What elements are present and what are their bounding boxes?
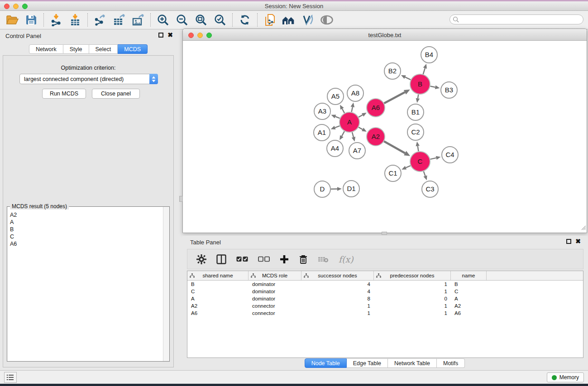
mcds-list-scrollbar[interactable] — [163, 207, 169, 361]
zoom-in-icon[interactable] — [155, 13, 171, 27]
cell-name[interactable]: A2 — [451, 303, 487, 309]
edge-A-A7[interactable] — [352, 132, 354, 137]
tab-mcds[interactable]: MCDS — [118, 44, 148, 54]
tab-select[interactable]: Select — [89, 44, 118, 54]
column-header-predecessor-nodes[interactable]: predecessor nodes — [374, 271, 451, 280]
select-all-icon[interactable] — [236, 256, 248, 262]
edge-A2-C[interactable] — [384, 141, 405, 153]
export-table-icon[interactable] — [111, 13, 127, 27]
edge-C-C2[interactable] — [418, 146, 419, 152]
mcds-result-item[interactable]: B — [10, 226, 160, 233]
table-row[interactable]: Adominator80A — [187, 295, 583, 302]
column-header-successor-nodes[interactable]: successor nodes — [301, 271, 374, 280]
edge-A-A2[interactable] — [359, 127, 363, 129]
close-table-panel-icon[interactable]: ✖ — [575, 239, 581, 244]
tab-style[interactable]: Style — [63, 44, 89, 54]
edge-B-B4[interactable] — [423, 68, 425, 74]
cell-name[interactable]: B — [451, 281, 487, 287]
table-row[interactable]: A2connector11A2 — [187, 302, 583, 310]
mcds-result-item[interactable]: A2 — [10, 211, 160, 219]
mcds-result-item[interactable]: A6 — [10, 240, 160, 248]
delete-table-icon[interactable] — [318, 256, 329, 263]
edge-C-C4[interactable] — [430, 158, 436, 159]
edge-B-B2[interactable] — [405, 77, 411, 80]
cell-predecessor-nodes[interactable]: 1 — [374, 310, 451, 316]
run-mcds-button[interactable]: Run MCDS — [42, 89, 86, 99]
edge-B-B3[interactable] — [430, 86, 435, 87]
float-panel-icon[interactable] — [158, 33, 163, 38]
delete-icon[interactable] — [299, 254, 308, 264]
cell-MCDS-role[interactable]: connector — [249, 303, 301, 309]
cell-predecessor-nodes[interactable]: 1 — [374, 289, 451, 294]
zoom-out-icon[interactable] — [174, 13, 190, 27]
refresh-layout-icon[interactable] — [237, 13, 253, 27]
tab-network-table[interactable]: Network Table — [388, 358, 437, 368]
cell-name[interactable]: A — [451, 296, 487, 301]
zoom-selected-icon[interactable] — [212, 13, 228, 27]
cell-shared-name[interactable]: A6 — [187, 310, 249, 316]
column-header-MCDS-role[interactable]: MCDS role — [249, 271, 301, 280]
table-row[interactable]: Bdominator41B — [187, 281, 583, 288]
cell-successor-nodes[interactable]: 4 — [301, 289, 374, 294]
cell-successor-nodes[interactable]: 1 — [301, 310, 374, 316]
cell-predecessor-nodes[interactable]: 1 — [374, 281, 451, 287]
edge-A-A5[interactable] — [342, 109, 344, 113]
import-network-icon[interactable] — [48, 13, 64, 27]
horizontal-divider-handle[interactable] — [382, 232, 387, 235]
cell-MCDS-role[interactable]: dominator — [249, 296, 301, 301]
tab-motifs[interactable]: Motifs — [437, 358, 465, 368]
cell-MCDS-role[interactable]: connector — [249, 310, 301, 316]
edge-A-A6[interactable] — [359, 115, 363, 117]
cell-shared-name[interactable]: A2 — [187, 303, 249, 309]
first-neighbors-icon[interactable] — [281, 13, 296, 27]
cell-predecessor-nodes[interactable]: 0 — [374, 296, 451, 301]
resize-grip-icon[interactable] — [580, 224, 586, 232]
table-row[interactable]: Cdominator41C — [187, 288, 583, 295]
network-window-titlebar[interactable]: testGlobe.txt — [183, 29, 587, 41]
gear-icon[interactable] — [196, 254, 206, 264]
edge-A-A3[interactable] — [335, 117, 340, 119]
vertical-divider-handle[interactable] — [179, 196, 183, 202]
split-table-icon[interactable] — [216, 254, 226, 264]
mcds-result-list[interactable]: A2ABCA6 — [7, 208, 163, 361]
close-panel-button[interactable]: Close panel — [92, 89, 140, 99]
mcds-result-item[interactable]: C — [10, 233, 160, 240]
save-session-icon[interactable] — [24, 13, 39, 27]
cell-predecessor-nodes[interactable]: 1 — [374, 303, 451, 309]
cell-successor-nodes[interactable]: 8 — [301, 296, 374, 301]
search-input[interactable] — [449, 14, 583, 24]
cell-MCDS-role[interactable]: dominator — [249, 289, 301, 294]
edge-A6-B[interactable] — [384, 92, 405, 103]
cell-successor-nodes[interactable]: 1 — [301, 303, 374, 309]
clone-network-icon[interactable] — [262, 13, 277, 27]
tab-edge-table[interactable]: Edge Table — [347, 358, 388, 368]
cell-name[interactable]: C — [451, 289, 487, 294]
export-image-icon[interactable] — [130, 13, 146, 27]
table-row[interactable]: A6connector11A6 — [187, 310, 583, 317]
column-header-name[interactable]: name — [451, 271, 487, 280]
close-panel-icon[interactable]: ✖ — [167, 33, 173, 38]
tab-network[interactable]: Network — [29, 44, 63, 54]
edge-B-B1[interactable] — [418, 95, 418, 99]
tab-node-table[interactable]: Node Table — [305, 358, 347, 368]
cell-shared-name[interactable]: C — [187, 289, 249, 294]
cell-MCDS-role[interactable]: dominator — [249, 281, 301, 287]
zoom-fit-icon[interactable] — [193, 13, 209, 27]
table-header-row[interactable]: shared nameMCDS rolesuccessor nodesprede… — [187, 271, 583, 281]
cell-shared-name[interactable]: A — [187, 296, 249, 301]
bird-eye-icon[interactable] — [319, 13, 335, 27]
network-canvas[interactable]: AA1A2A3A4A5A6A7A8BB1B2B3B4CC1C2C3C4DD1 — [183, 41, 587, 233]
export-network-icon[interactable] — [92, 13, 108, 27]
task-history-button[interactable] — [4, 372, 17, 383]
function-builder-icon[interactable]: f(x) — [339, 254, 354, 264]
deselect-all-icon[interactable] — [258, 256, 270, 262]
node-table[interactable]: shared nameMCDS rolesuccessor nodesprede… — [187, 271, 583, 358]
edge-A-A4[interactable] — [342, 131, 344, 136]
mcds-result-item[interactable]: A — [10, 219, 160, 226]
import-table-icon[interactable] — [67, 13, 83, 27]
cell-successor-nodes[interactable]: 4 — [301, 281, 374, 287]
open-file-icon[interactable] — [5, 13, 20, 27]
edge-C-C1[interactable] — [406, 166, 410, 168]
float-table-panel-icon[interactable] — [566, 239, 571, 244]
add-column-icon[interactable] — [280, 255, 289, 264]
